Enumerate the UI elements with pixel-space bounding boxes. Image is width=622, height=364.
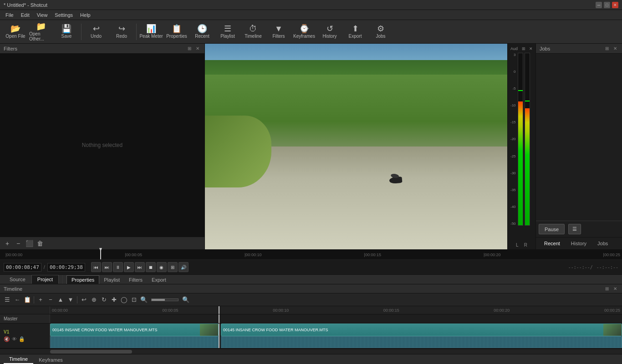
timeline-ruler[interactable]: 00:00:00 00:00:05 00:00:10 00:00:15 00:0… bbox=[0, 306, 622, 314]
tl-ripple-button[interactable]: ⊕ bbox=[89, 295, 98, 304]
meter-l-label: L bbox=[516, 243, 519, 248]
transport-counter-1: --:--:--/ bbox=[568, 265, 593, 270]
history-icon: ↺ bbox=[326, 25, 333, 33]
jobs-close-icon[interactable]: ✕ bbox=[612, 46, 618, 52]
undo-button[interactable]: ↩ Undo bbox=[84, 22, 108, 42]
filters-header: Filters ⊞ ✕ bbox=[0, 44, 204, 54]
timeline-expand-icon[interactable]: ⊞ bbox=[604, 286, 610, 292]
menu-edit[interactable]: Edit bbox=[17, 11, 33, 19]
open-other-button[interactable]: 📁 Open Other... bbox=[29, 22, 53, 42]
video-clip-left[interactable]: 00145 INSANE CROW FOOD WATER MANOUVER.MT… bbox=[50, 324, 219, 336]
meter-content: 3 0 -5 -10 -15 -20 -25 -30 -35 -40 -50 bbox=[509, 52, 535, 242]
v1-lock-icon[interactable]: 🔒 bbox=[19, 336, 25, 342]
tl-clip-button[interactable]: 📋 bbox=[23, 295, 32, 304]
redo-button[interactable]: ↪ Redo bbox=[110, 22, 133, 42]
tab-source[interactable]: Source bbox=[4, 275, 31, 284]
top-row: Filters ⊞ ✕ Nothing selected + − ⬛ 🗑 bbox=[0, 44, 622, 250]
meter-r-label: R bbox=[524, 243, 527, 248]
audio-close-icon[interactable]: ✕ bbox=[529, 46, 533, 51]
tab-export[interactable]: Export bbox=[147, 276, 171, 284]
tab-project[interactable]: Project bbox=[31, 275, 59, 284]
minimize-button[interactable]: ─ bbox=[596, 2, 602, 8]
filters-expand-icon[interactable]: ⊞ bbox=[186, 46, 193, 52]
menu-help[interactable]: Help bbox=[76, 11, 94, 19]
menu-view[interactable]: View bbox=[33, 11, 51, 19]
audio-waveform-left[interactable] bbox=[50, 336, 219, 348]
filter-delete-button[interactable]: 🗑 bbox=[36, 239, 45, 248]
tl-remove-button[interactable]: − bbox=[46, 295, 55, 304]
jobs-icon: ⚙ bbox=[377, 25, 384, 33]
transport-play-button[interactable]: ▶ bbox=[124, 262, 134, 272]
video-preview-container bbox=[205, 44, 507, 249]
video-clip-right[interactable]: 00145 INSANE CROW FOOD WATER MANOUVER.MT… bbox=[221, 324, 622, 336]
timeline-icon: ⏱ bbox=[249, 25, 257, 33]
history-button[interactable]: ↺ History bbox=[318, 22, 342, 42]
tl-zoom-in-button[interactable]: 🔍 bbox=[139, 295, 148, 304]
filters-button[interactable]: ▼ Filters bbox=[267, 22, 291, 42]
timeline-close-icon[interactable]: ✕ bbox=[612, 286, 618, 292]
recent-button[interactable]: 🕒 Recent bbox=[190, 22, 214, 42]
open-file-button[interactable]: 📂 Open File bbox=[4, 22, 27, 42]
export-button[interactable]: ⬆ Export bbox=[343, 22, 367, 42]
save-button[interactable]: 💾 Save bbox=[55, 22, 78, 42]
tl-split-button[interactable]: ◯ bbox=[119, 295, 128, 304]
menu-file[interactable]: File bbox=[2, 11, 17, 19]
source-project-tabs: Source Project bbox=[0, 275, 63, 284]
close-button[interactable]: ✕ bbox=[612, 2, 618, 8]
tab-filters[interactable]: Filters bbox=[124, 276, 147, 284]
maximize-button[interactable]: □ bbox=[604, 2, 610, 8]
transport-grid-button[interactable]: ⊞ bbox=[168, 262, 178, 272]
peak-meter-button[interactable]: 📊 Peak Meter bbox=[139, 22, 163, 42]
filter-remove-button[interactable]: − bbox=[14, 239, 23, 248]
jobs-tab-recent[interactable]: Recent bbox=[540, 239, 565, 248]
tl-replace-button[interactable]: ↻ bbox=[99, 295, 108, 304]
keyframes-button[interactable]: ⌚ Keyframes bbox=[292, 22, 316, 42]
tl-back-button[interactable]: ← bbox=[13, 295, 22, 304]
jobs-list-button[interactable]: ☰ bbox=[568, 224, 581, 234]
playlist-button[interactable]: ☰ Playlist bbox=[216, 22, 240, 42]
transport-next-button[interactable]: ⏭ bbox=[135, 262, 145, 272]
vb-tab-keyframes[interactable]: Keyframes bbox=[33, 356, 68, 364]
menu-settings[interactable]: Settings bbox=[51, 11, 76, 19]
tl-zoom-slider[interactable] bbox=[151, 298, 178, 301]
jobs-button[interactable]: ⚙ Jobs bbox=[369, 22, 393, 42]
tab-properties[interactable]: Properties bbox=[66, 275, 99, 284]
audio-expand-icon[interactable]: ⊞ bbox=[522, 46, 525, 51]
tab-playlist[interactable]: Playlist bbox=[99, 276, 124, 284]
tl-menu-button[interactable]: ☰ bbox=[3, 295, 12, 304]
meter-scale-labels: 3 0 -5 -10 -15 -20 -25 -30 -35 -40 -50 bbox=[510, 53, 517, 226]
tl-zoom-out-button[interactable]: 🔍 bbox=[181, 295, 190, 304]
transport-prev-button[interactable]: ⏭ bbox=[102, 262, 112, 272]
properties-button[interactable]: 📋 Properties bbox=[165, 22, 189, 42]
transport-volume-button[interactable]: 🔊 bbox=[178, 262, 189, 272]
scrollbar-thumb[interactable] bbox=[50, 350, 132, 354]
timeline-scrubber[interactable]: |00:00:00 |00:00:05 |00:00:10 |00:00:15 … bbox=[0, 250, 622, 260]
tl-down-button[interactable]: ▼ bbox=[66, 295, 75, 304]
transport-start-button[interactable]: ⏮ bbox=[91, 262, 101, 272]
timeline-button[interactable]: ⏱ Timeline bbox=[241, 22, 265, 42]
v1-track-content[interactable]: 00145 INSANE CROW FOOD WATER MANOUVER.MT… bbox=[50, 324, 622, 348]
filter-add-button[interactable]: + bbox=[3, 239, 12, 248]
jobs-pause-button[interactable]: Pause bbox=[539, 224, 565, 234]
master-track-content[interactable] bbox=[50, 314, 622, 323]
filter-copy-button[interactable]: ⬛ bbox=[25, 239, 34, 248]
transport-record-button[interactable]: ◉ bbox=[157, 262, 167, 272]
vb-tab-timeline[interactable]: Timeline bbox=[4, 355, 33, 364]
v1-mute-icon[interactable]: 🔇 bbox=[4, 336, 10, 342]
audio-waveform-right[interactable] bbox=[221, 336, 622, 348]
transport-stop-button[interactable]: ⏹ bbox=[146, 262, 156, 272]
timeline-scrollbar[interactable] bbox=[0, 349, 622, 354]
tl-lift-button[interactable]: ↩ bbox=[79, 295, 88, 304]
transport-pause-button[interactable]: ⏸ bbox=[113, 262, 123, 272]
ruler-marks: 00:00:00 00:00:05 00:00:10 00:00:15 00:0… bbox=[50, 306, 622, 314]
tl-up-button[interactable]: ▲ bbox=[56, 295, 65, 304]
v1-eye-icon[interactable]: 👁 bbox=[12, 336, 17, 342]
tl-join-button[interactable]: ✚ bbox=[109, 295, 118, 304]
meter-peak-left bbox=[518, 90, 523, 91]
tl-grid-button[interactable]: ⊡ bbox=[129, 295, 138, 304]
tl-add-button[interactable]: + bbox=[36, 295, 45, 304]
jobs-tab-jobs[interactable]: Jobs bbox=[593, 239, 612, 248]
filters-close-icon[interactable]: ✕ bbox=[194, 46, 201, 52]
jobs-tab-history[interactable]: History bbox=[566, 239, 591, 248]
jobs-expand-icon[interactable]: ⊞ bbox=[604, 46, 610, 52]
